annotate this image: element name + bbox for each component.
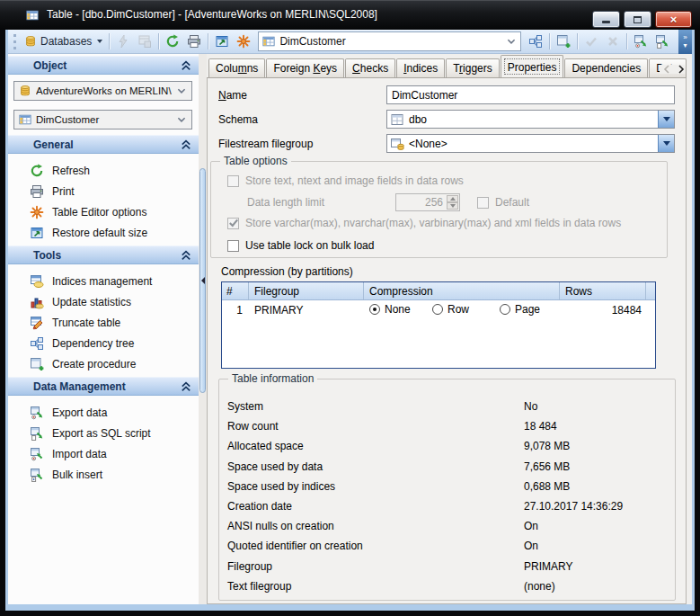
info-label: Space used by indices [227, 480, 524, 493]
section-title: Data Management [33, 380, 126, 393]
collapse-section-icon [181, 250, 191, 261]
radio-selected-icon [369, 304, 380, 315]
tab-checks[interactable]: Checks [345, 58, 395, 77]
collapse-sidebar-button[interactable] [199, 168, 206, 393]
sidebar-item-print[interactable]: Print [8, 181, 199, 201]
name-input[interactable]: DimCustomer [386, 85, 675, 104]
toolbar-separator [109, 33, 110, 49]
tab-dependencies[interactable]: Dependencies [564, 58, 648, 77]
compression-options: None Row Page [364, 300, 560, 320]
tab-triggers[interactable]: Triggers [446, 58, 500, 77]
tab-indices[interactable]: Indices [396, 58, 445, 77]
sidebar-item-dependency-tree[interactable]: Dependency tree [8, 333, 199, 353]
create-procedure-icon [30, 357, 44, 371]
info-value: (none) [524, 580, 555, 593]
info-value: 7,656 MB [524, 460, 570, 473]
create-procedure-button[interactable] [553, 31, 574, 51]
spinner-up-icon [447, 195, 458, 202]
databases-dropdown-button[interactable]: Databases [21, 31, 106, 51]
tab-strip: Columns Foreign Keys Checks Indices Trig… [207, 54, 687, 78]
databases-label: Databases [40, 35, 92, 48]
tab-properties[interactable]: Properties [501, 55, 564, 78]
info-row: ANSI nulls on creationOn [219, 516, 675, 536]
tab-scroll-left-icon[interactable] [663, 65, 670, 74]
sidebar-splitter[interactable] [199, 54, 207, 604]
filegroup-icon [390, 137, 404, 151]
dropdown-chevron-icon [506, 36, 517, 47]
info-row: FilegroupPRIMARY [219, 557, 675, 576]
sidebar-item-export-as-sql-script[interactable]: Export as SQL script [8, 423, 199, 443]
caret-down-icon [97, 40, 102, 43]
info-value: On [524, 540, 538, 552]
sidebar-item-import-data[interactable]: Import data [8, 443, 199, 464]
filestream-filegroup-combo[interactable]: <None> [386, 134, 675, 153]
radio-page[interactable]: Page [500, 303, 540, 316]
schema-combo[interactable]: dbo [386, 110, 675, 129]
export-data-icon [30, 406, 44, 420]
table-combo[interactable]: DimCustomer [13, 110, 192, 129]
toolbar-overflow-button[interactable]: » ▾ [678, 30, 692, 54]
print-icon [30, 184, 44, 199]
radio-none[interactable]: None [369, 303, 411, 316]
sidebar-section-tools[interactable]: Tools [8, 246, 199, 264]
sidebar-item-bulk-insert[interactable]: Bulk insert [8, 464, 199, 485]
toolbar-overflow-down-icon: ▾ [683, 43, 687, 49]
sidebar-item-restore-default-size[interactable]: Restore default size [8, 222, 199, 243]
export-sql-button[interactable] [651, 31, 673, 51]
close-icon: × [670, 13, 678, 25]
toolbar-grip[interactable] [13, 34, 16, 49]
schema-icon [390, 112, 404, 127]
table-icon [19, 113, 31, 126]
radio-label: None [385, 303, 411, 316]
sidebar-item-table-editor-options[interactable]: Table Editor options [8, 201, 199, 222]
info-row: Quoted identifier on creationOn [219, 536, 675, 556]
radio-row[interactable]: Row [432, 303, 469, 316]
sidebar-item-create-procedure[interactable]: Create procedure [8, 353, 199, 374]
sidebar-section-general[interactable]: General [8, 135, 199, 154]
sidebar-item-export-data[interactable]: Export data [8, 402, 199, 423]
discard-button [602, 31, 624, 51]
use-table-lock-checkbox[interactable] [227, 240, 239, 252]
dropdown-chevron-icon [176, 114, 187, 125]
lightning-icon [116, 34, 130, 49]
database-combo[interactable]: AdventureWorks on MERLIN\SQL2008 [13, 81, 192, 101]
close-button[interactable]: × [655, 11, 692, 28]
info-row: Allocated space9,078 MB [219, 436, 675, 456]
export-sql-icon [30, 426, 44, 441]
tab-columns[interactable]: Columns [208, 58, 265, 77]
sidebar-item-indices-management[interactable]: Indices management [8, 271, 199, 291]
export-data-button[interactable] [630, 31, 651, 51]
minimize-button[interactable] [592, 11, 620, 28]
table-information-group: Table information SystemNo Row count18 4… [218, 379, 676, 601]
maximize-button[interactable] [624, 11, 651, 28]
partition-rows: 18484 [560, 304, 646, 317]
tab-scroll-right-icon[interactable] [678, 65, 685, 74]
schema-dropdown-button[interactable] [658, 111, 674, 128]
sidebar-item-label: Import data [52, 448, 107, 460]
sidebar-item-refresh[interactable]: Refresh [8, 160, 199, 181]
save-changes-icon [137, 34, 152, 49]
info-label: Creation date [227, 500, 524, 513]
dropdown-arrow-icon [663, 141, 670, 146]
info-row: Space used by data7,656 MB [219, 457, 675, 477]
table-editor-options-button[interactable] [233, 31, 254, 51]
window-frame: Databases DimCustomer [5, 30, 695, 611]
object-combo[interactable]: DimCustomer [258, 31, 521, 51]
sidebar-section-data-management[interactable]: Data Management [8, 377, 199, 396]
default-checkbox [477, 197, 489, 209]
print-button[interactable] [183, 31, 205, 51]
sidebar-item-update-statistics[interactable]: Update statistics [8, 291, 199, 312]
table-information-title: Table information [228, 372, 317, 385]
sidebar-item-truncate-table[interactable]: Truncate table [8, 312, 199, 333]
dependency-tree-icon [30, 336, 44, 351]
filestream-filegroup-value: <None> [409, 138, 447, 150]
sidebar-section-object[interactable]: Object [8, 56, 199, 75]
restore-default-size-button[interactable] [211, 31, 233, 51]
refresh-button[interactable] [162, 31, 183, 51]
column-header-compression: Compression [364, 282, 560, 299]
dependency-tree-button[interactable] [525, 31, 546, 51]
tab-foreign-keys[interactable]: Foreign Keys [266, 58, 344, 77]
radio-label: Page [515, 303, 540, 316]
filestream-dropdown-button[interactable] [658, 135, 674, 152]
app-table-icon [26, 9, 39, 22]
